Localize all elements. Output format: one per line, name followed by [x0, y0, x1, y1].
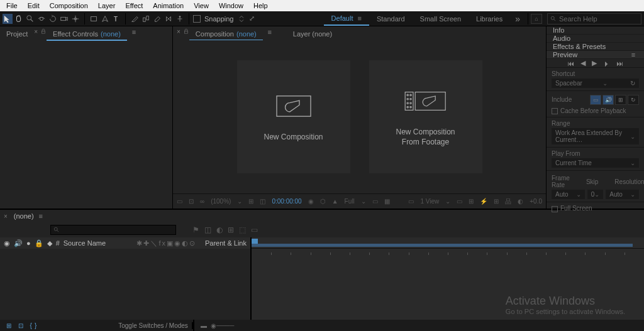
- shy-icon[interactable]: ⚑: [192, 225, 199, 234]
- timeline-search[interactable]: [50, 225, 176, 235]
- rectangle-tool[interactable]: [89, 14, 99, 24]
- panel-menu-icon[interactable]: ≡: [130, 28, 138, 36]
- tab-layer[interactable]: Layer (none): [287, 28, 338, 40]
- menu-animation[interactable]: Animation: [148, 1, 189, 11]
- footer-icon-1[interactable]: ⊞: [6, 322, 14, 329]
- panel-menu-icon[interactable]: ≡: [629, 51, 638, 58]
- source-name-column[interactable]: Source Name: [64, 239, 133, 247]
- tab-composition[interactable]: Composition (none): [189, 28, 263, 41]
- timecode[interactable]: 0:00:00:00: [272, 198, 301, 205]
- timeline-tab[interactable]: (none): [14, 212, 34, 220]
- view-icon[interactable]: ▭: [457, 198, 462, 205]
- anchor-tool[interactable]: [70, 14, 80, 24]
- framerate-value[interactable]: Auto: [555, 191, 569, 198]
- last-frame-icon[interactable]: ⏭: [616, 60, 623, 67]
- pixel-aspect-icon[interactable]: ⊞: [469, 198, 474, 205]
- exposure[interactable]: +0.0: [530, 198, 542, 205]
- orbit-tool[interactable]: [36, 14, 47, 24]
- close-tab-icon[interactable]: ×: [177, 28, 180, 35]
- menu-help[interactable]: Help: [248, 1, 273, 11]
- audio-column-icon[interactable]: 🔊: [14, 239, 23, 247]
- solo-column-icon[interactable]: ●: [26, 239, 31, 247]
- eraser-tool[interactable]: [152, 14, 162, 24]
- menu-file[interactable]: File: [1, 1, 23, 11]
- zoom-level[interactable]: (100%): [211, 198, 231, 205]
- panel-effects-presets[interactable]: Effects & Presets: [547, 43, 644, 51]
- channel-icon[interactable]: ⬡: [320, 198, 326, 205]
- toggle-switches-button[interactable]: Toggle Switches / Modes: [118, 322, 188, 329]
- zoom-out-icon[interactable]: ▬: [201, 322, 207, 329]
- eye-column-icon[interactable]: ◉: [4, 239, 10, 247]
- graph-editor-icon[interactable]: ⊞: [228, 225, 234, 234]
- search-help[interactable]: Search Help: [547, 13, 641, 24]
- views[interactable]: 1 View: [420, 198, 439, 205]
- next-frame-icon[interactable]: ⏵: [603, 60, 610, 67]
- alpha-icon[interactable]: ▲: [332, 198, 338, 205]
- menu-composition[interactable]: Composition: [45, 1, 93, 11]
- lock-icon[interactable]: [183, 28, 189, 35]
- zoom-slider[interactable]: ◉────: [211, 322, 234, 329]
- workspace-small-screen[interactable]: Small Screen: [413, 13, 469, 25]
- snapping-options-icon[interactable]: ⤢: [249, 14, 255, 23]
- include-overlay-icon[interactable]: ⊞: [615, 95, 626, 105]
- workspace-overflow-icon[interactable]: »: [510, 14, 525, 24]
- range-value[interactable]: Work Area Extended By Current…: [555, 129, 630, 143]
- workspace-default[interactable]: Default ≡: [324, 12, 369, 26]
- clone-tool[interactable]: [141, 14, 151, 24]
- snapshot-icon[interactable]: ◉: [308, 198, 314, 205]
- first-frame-icon[interactable]: ⏮: [567, 60, 574, 67]
- work-area-bar[interactable]: [252, 244, 633, 247]
- menu-window[interactable]: Window: [214, 1, 248, 11]
- cache-checkbox[interactable]: [552, 108, 558, 114]
- reset-icon[interactable]: ↻: [630, 80, 635, 87]
- panel-menu-icon[interactable]: ≡: [36, 212, 45, 220]
- label-column-icon[interactable]: ◆: [47, 239, 52, 247]
- include-video-icon[interactable]: ▭: [590, 95, 601, 105]
- draft3d-icon[interactable]: ⬚: [239, 225, 246, 234]
- viewer-grid-icon[interactable]: ⊞: [248, 198, 253, 205]
- active-camera-icon[interactable]: ▭: [408, 198, 414, 205]
- frame-blend-icon[interactable]: ◫: [204, 225, 211, 234]
- workspace-standard[interactable]: Standard: [369, 13, 413, 25]
- text-tool[interactable]: T: [111, 14, 121, 24]
- rotation-tool[interactable]: [48, 14, 58, 24]
- panel-preview[interactable]: Preview≡: [547, 51, 644, 59]
- zoom-tool[interactable]: [25, 14, 35, 24]
- menu-edit[interactable]: Edit: [23, 1, 45, 11]
- selection-tool[interactable]: [3, 14, 13, 24]
- menu-view[interactable]: View: [189, 1, 214, 11]
- resolution[interactable]: Full: [345, 198, 355, 205]
- timeline-sync-icon[interactable]: ⊞: [494, 198, 499, 205]
- new-composition-button[interactable]: New Composition: [237, 60, 350, 173]
- menu-effect[interactable]: Effect: [120, 1, 148, 11]
- flowchart-icon[interactable]: 品: [505, 197, 511, 206]
- render-icon[interactable]: ▭: [251, 225, 258, 234]
- tab-effect-controls[interactable]: Effect Controls (none): [47, 28, 127, 41]
- shortcut-value[interactable]: Spacebar: [555, 80, 582, 87]
- lock-column-icon[interactable]: 🔒: [35, 239, 43, 247]
- viewer-mode-icon[interactable]: ▭: [177, 198, 182, 205]
- roto-tool[interactable]: [164, 14, 174, 24]
- prev-frame-icon[interactable]: ◀: [580, 59, 586, 67]
- snapping-toggle[interactable]: Snapping ⤢: [193, 14, 255, 23]
- playfrom-value[interactable]: Current Time: [555, 160, 592, 166]
- snapping-checkbox[interactable]: [193, 15, 201, 23]
- close-tab-icon[interactable]: ×: [4, 213, 8, 220]
- panel-audio[interactable]: Audio: [547, 35, 644, 43]
- mask-icon[interactable]: ◫: [260, 198, 265, 205]
- puppet-tool[interactable]: [175, 14, 185, 24]
- camera-tool[interactable]: [59, 14, 69, 24]
- home-icon[interactable]: ⌂: [531, 14, 542, 24]
- region-icon[interactable]: ▭: [372, 198, 378, 205]
- play-icon[interactable]: ▶: [592, 59, 597, 67]
- hand-tool[interactable]: [14, 14, 24, 24]
- footer-icon-3[interactable]: {}: [30, 322, 40, 329]
- viewer-display-icon[interactable]: ⊡: [189, 198, 194, 205]
- viewer-infinity-icon[interactable]: ∞: [200, 198, 204, 205]
- menu-layer[interactable]: Layer: [93, 1, 121, 11]
- workspace-libraries[interactable]: Libraries: [469, 13, 510, 25]
- new-composition-from-footage-button[interactable]: New CompositionFrom Footage: [369, 60, 482, 173]
- track-area[interactable]: [252, 255, 644, 320]
- resolution-value[interactable]: Auto: [609, 191, 623, 198]
- tab-project[interactable]: Project: [0, 28, 34, 40]
